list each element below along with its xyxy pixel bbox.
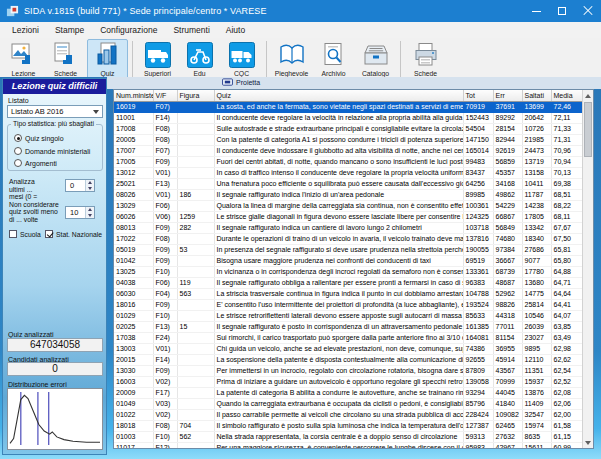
analizza-text-line: Non considerare [9,201,65,209]
table-cell: F07) [153,145,177,156]
table-row[interactable]: 01049V03)Quando la carreggiata extraurba… [114,398,582,409]
toolbar-button-label: Archivio [321,70,345,77]
table-row[interactable]: 20015F14)La sospensione della patente è … [114,354,582,365]
table-cell [177,255,214,266]
checkbox-stat-nazionale[interactable]: Stat. Nazionale [45,230,102,238]
table-cell: 68,11 [551,211,582,222]
table-cell: F08) [153,420,177,431]
table-row[interactable]: 06026V06)1259Le strisce gialle diagonali… [114,211,582,222]
table-cell: 282 [177,222,214,233]
table-row[interactable]: 16003V02)Prima di iniziare a guidare un … [114,376,582,387]
table-row[interactable]: 13029F06)Qualora la linea di margine del… [114,200,582,211]
table-row[interactable]: 01022V02)Il passo carrabile permette ai … [114,409,582,420]
scrollbar-thumb[interactable] [584,102,592,157]
table-cell: 11409 [522,398,551,409]
menu-item-aiuto[interactable]: Aiuto [218,22,253,38]
proietta-toggle[interactable]: Proietta [222,78,260,87]
table-row[interactable]: 17007F07)Il conducente deve indossare il… [114,145,582,156]
table-cell: 61,58 [551,420,582,431]
table-row[interactable]: 18018F08)704Il simbolo raffigurato è pos… [114,420,582,431]
table-row[interactable]: 01029F10)Le strisce retroriflettenti lat… [114,310,582,321]
table-scrollbar[interactable] [582,90,593,448]
table-row[interactable]: 06030F04)563La striscia trasversale cont… [114,288,582,299]
minimize-button[interactable] [523,0,549,22]
table-row[interactable]: 20009F17)La patente di categoria B abili… [114,387,582,398]
column-header-media[interactable]: Media [551,90,582,101]
maximize-button[interactable] [549,0,575,22]
table-row[interactable]: 02025F13)15Il segnale raffigurato è post… [114,321,582,332]
listato-select[interactable]: Listato AB 2016 [7,105,103,118]
mesi-spinner[interactable]: 0 [65,179,95,192]
column-header-v-f[interactable]: V/F [153,90,177,101]
table-cell: 60,99 [551,442,582,449]
table-cell: In vicinanza o in corrispondenza degli i… [214,266,463,277]
table-row[interactable]: 11001F14)Il conducente deve regolare la … [114,112,582,123]
table-cell: 164081 [463,332,493,343]
table-row[interactable]: 01003F10)562Nella strada rappresentata, … [114,431,582,442]
listato-value: Listato AB 2016 [11,107,64,116]
quiz-analizzati-label: Quiz analizzati [8,331,54,338]
table-row[interactable]: 17038F24)Sui rimorchi, il carico traspor… [114,332,582,343]
radio-label: Quiz singolo [25,135,64,142]
column-header-figura[interactable]: Figura [177,90,214,101]
table-row[interactable]: 01042F09)Bisogna usare maggiore prudenza… [114,255,582,266]
table-cell: 49862 [493,189,522,200]
table-cell: 45357 [493,167,522,178]
radio-argomenti[interactable]: Argomenti [14,159,57,167]
table-row[interactable]: 08013F09)282Il segnale raffigurato indic… [114,222,582,233]
table-cell: V01) [153,343,177,354]
table-row[interactable]: 04038F06)119Il segnale raffigurato obbli… [114,277,582,288]
table-row[interactable]: 13003V01)Chi guida un veicolo, anche se … [114,343,582,354]
table-cell: 13003 [114,343,153,354]
table-row[interactable]: 17008F08)Sulle autostrade e strade extra… [114,123,582,134]
menu-item-configurazione[interactable]: Configurazione [92,22,165,38]
table-cell: La patente di categoria B abilita a cond… [214,387,463,398]
table-cell: 100361 [463,200,493,211]
listato-label: Listato [8,97,29,104]
table-cell: 23027 [522,332,551,343]
column-header-quiz[interactable]: Quiz [214,90,463,101]
analizza-text-line: mesi (0 = [9,193,65,201]
table-row[interactable]: 13030F09)Per immettersi in un incrocio, … [114,365,582,376]
spinner-down-icon[interactable] [86,213,94,219]
table-row[interactable]: 11017F12)Per una maggiore sicurezza, è c… [114,442,582,449]
table-row[interactable]: 13012V01)In caso di traffico intenso il … [114,167,582,178]
radio-quiz-singolo[interactable]: Quiz singolo [14,134,64,142]
table-row[interactable]: 16019F07)La sosta, ed anche la fermata, … [114,101,582,112]
table-row[interactable]: 18016F09)E' consentito l'uso intermitten… [114,299,582,310]
table-row[interactable]: 17005F09)Fuori dei centri abitati, di no… [114,156,582,167]
table-row[interactable]: 08026V01)186Il segnale raffigurato indic… [114,189,582,200]
table-cell: 67,50 [551,233,582,244]
column-header-err[interactable]: Err [493,90,522,101]
radio-domande-ministeriali[interactable]: Domande ministeriali [14,147,90,155]
menu-item-strumenti[interactable]: Strumenti [165,22,217,38]
volte-spinner[interactable]: 10 [65,206,95,219]
table-cell: Una frenatura poco efficiente o squilibr… [214,178,463,189]
spinner-down-icon[interactable] [86,186,94,192]
table-row[interactable]: 17022F08)Durante le operazioni di traino… [114,233,582,244]
menu-item-stampe[interactable]: Stampe [47,22,92,38]
checkbox-scuola[interactable]: Scuola [9,230,41,238]
tipo-statistica-group: Tipo statistica: più sbagliati Quiz sing… [7,124,103,171]
table-cell: Bisogna usare maggiore prudenza nei conf… [214,255,463,266]
column-header-saltati[interactable]: Saltati [522,90,551,101]
table-row[interactable]: 20005F08)Con la patente di categoria A1 … [114,134,582,145]
column-header-num-ministe[interactable]: Num.ministe [114,90,153,101]
toolbar-button-label: Superiori [144,70,171,77]
column-header-tot[interactable]: Tot [463,90,493,101]
table-row[interactable]: 05019F09)53In presenza del segnale raffi… [114,244,582,255]
printer-icon [413,42,439,68]
table-row[interactable]: 13025F10)In vicinanza o in corrispondenz… [114,266,582,277]
table-cell: 17780 [522,266,551,277]
scroll-up-button[interactable] [583,90,593,101]
table-cell [177,354,214,365]
table-row[interactable]: 25021F13)Una frenatura poco efficiente o… [114,178,582,189]
table-cell: 77011 [493,321,522,332]
close-button[interactable] [575,0,601,22]
table-cell: 74386 [463,343,493,354]
scroll-down-button[interactable] [583,437,593,448]
table-cell: 13158 [522,167,551,178]
title-bar: SIDA v.1815 (build 771) * Sede principal… [0,0,601,22]
menu-item-lezioni[interactable]: Lezioni [4,22,47,38]
table-cell [177,343,214,354]
